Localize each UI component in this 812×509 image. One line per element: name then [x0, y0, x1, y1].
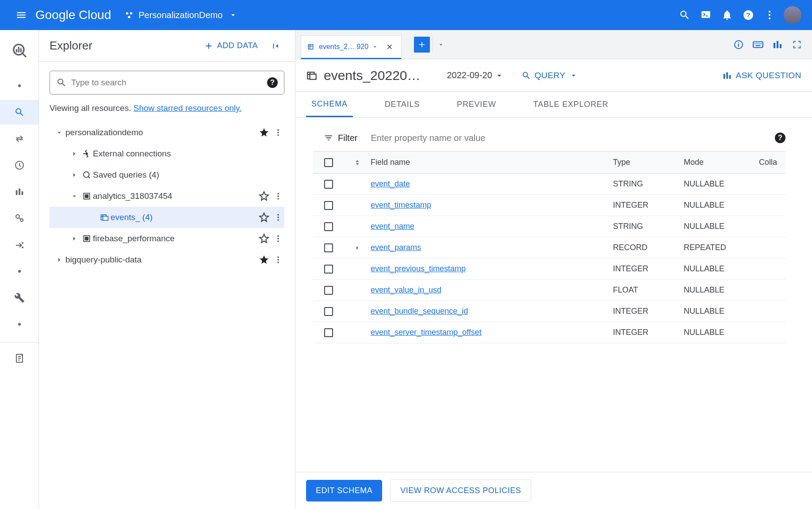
- chevron-right-icon[interactable]: [68, 171, 80, 179]
- collapse-explorer-icon[interactable]: [267, 37, 284, 55]
- svg-point-7: [769, 14, 770, 16]
- row-checkbox[interactable]: [324, 222, 333, 231]
- tree-external-connections[interactable]: External connections: [50, 143, 284, 164]
- sort-icon[interactable]: [344, 159, 371, 167]
- tree-project[interactable]: personalizationdemo: [50, 122, 284, 143]
- field-link[interactable]: event_bundle_sequence_id: [371, 307, 468, 315]
- row-checkbox[interactable]: [324, 328, 333, 337]
- select-all-checkbox[interactable]: [324, 158, 333, 167]
- field-link[interactable]: event_date: [371, 179, 410, 188]
- more-icon[interactable]: [272, 255, 284, 264]
- row-checkbox[interactable]: [324, 265, 333, 273]
- tree-project-public[interactable]: bigquery-public-data: [50, 249, 284, 270]
- tree-dataset-analytics[interactable]: analytics_318037454: [50, 186, 284, 207]
- tree-saved-queries[interactable]: Saved queries (4): [50, 164, 284, 186]
- star-filled-icon[interactable]: [256, 127, 272, 138]
- avatar[interactable]: [784, 6, 801, 24]
- close-tab-icon[interactable]: [384, 42, 395, 52]
- chevron-right-icon[interactable]: [53, 256, 65, 264]
- nav-transfers-icon[interactable]: [7, 126, 32, 151]
- more-icon[interactable]: [272, 234, 284, 243]
- subtab-schema[interactable]: SCHEMA: [306, 92, 353, 117]
- svg-point-20: [277, 132, 279, 133]
- filter-help-icon[interactable]: ?: [775, 133, 785, 143]
- nav-biengine-icon[interactable]: [7, 206, 32, 231]
- nav-capacity-icon[interactable]: [7, 179, 32, 204]
- subtab-preview[interactable]: PREVIEW: [452, 92, 502, 117]
- row-checkbox[interactable]: [324, 201, 333, 210]
- fullscreen-icon[interactable]: [787, 35, 807, 54]
- field-link[interactable]: event_server_timestamp_offset: [371, 328, 482, 337]
- new-tab-button[interactable]: [414, 37, 430, 53]
- nav-dot-1[interactable]: [7, 73, 32, 98]
- nav-search-icon[interactable]: [0, 100, 38, 125]
- nav-dot-3[interactable]: [7, 312, 32, 337]
- row-checkbox[interactable]: [324, 307, 333, 316]
- svg-point-17: [22, 247, 23, 248]
- field-link[interactable]: event_previous_timestamp: [371, 264, 466, 273]
- notifications-icon[interactable]: [716, 4, 738, 26]
- keyboard-icon[interactable]: [748, 35, 768, 54]
- search-help-icon[interactable]: ?: [267, 77, 278, 88]
- nav-dot-2[interactable]: [7, 259, 32, 284]
- tree-table-events[interactable]: events_ (4): [50, 207, 284, 228]
- star-outline-icon[interactable]: [256, 191, 272, 201]
- show-starred-link[interactable]: Show starred resources only.: [134, 103, 242, 113]
- field-link[interactable]: event_name: [371, 222, 414, 231]
- more-icon[interactable]: [272, 213, 284, 222]
- history-icon[interactable]: [768, 35, 787, 54]
- nav-notes-icon[interactable]: [7, 346, 32, 371]
- bigquery-icon[interactable]: [7, 38, 32, 63]
- edit-schema-button[interactable]: EDIT SCHEMA: [306, 480, 382, 501]
- table-row: event_previous_timestampINTEGERNULLABLE: [313, 258, 785, 280]
- nav-migration-icon[interactable]: [7, 232, 32, 257]
- field-link[interactable]: event_value_in_usd: [371, 285, 441, 294]
- subtab-details[interactable]: DETAILS: [379, 92, 425, 117]
- nav-settings-icon[interactable]: [7, 285, 32, 310]
- add-data-button[interactable]: ADD DATA: [204, 41, 258, 51]
- field-mode: NULLABLE: [684, 264, 759, 273]
- info-icon[interactable]: [729, 35, 748, 54]
- chevron-down-icon[interactable]: [68, 192, 80, 200]
- svg-rect-48: [760, 43, 761, 44]
- filter-input[interactable]: [371, 133, 775, 143]
- nav-scheduled-icon[interactable]: [7, 153, 32, 178]
- more-icon[interactable]: [272, 128, 284, 137]
- row-checkbox[interactable]: [324, 243, 333, 252]
- star-outline-icon[interactable]: [256, 233, 272, 244]
- table-row: event_paramsRECORDREPEATED: [313, 237, 785, 258]
- hamburger-menu-icon[interactable]: [11, 4, 32, 26]
- chevron-right-icon[interactable]: [68, 235, 80, 243]
- tab-dropdown-icon[interactable]: [433, 37, 448, 53]
- tab-events[interactable]: events_2… 920: [301, 35, 402, 59]
- explorer-search-input[interactable]: [71, 78, 267, 87]
- field-link[interactable]: event_params: [371, 243, 421, 252]
- star-filled-icon[interactable]: [256, 254, 272, 265]
- view-row-policies-button[interactable]: VIEW ROW ACCESS POLICIES: [390, 479, 531, 502]
- subtab-table-explorer[interactable]: TABLE EXPLORER: [528, 92, 614, 117]
- tab-bar: events_2… 920: [295, 30, 812, 59]
- field-mode: NULLABLE: [684, 307, 759, 316]
- cloud-shell-icon[interactable]: [695, 4, 716, 26]
- star-outline-icon[interactable]: [256, 212, 272, 223]
- google-cloud-logo[interactable]: Google Cloud: [35, 8, 111, 22]
- more-icon[interactable]: [272, 192, 284, 201]
- chevron-down-icon[interactable]: [53, 129, 65, 137]
- date-selector[interactable]: 2022-09-20: [447, 70, 504, 80]
- tree-dataset-firebase[interactable]: firebase_performance: [50, 228, 284, 249]
- field-link[interactable]: event_timestamp: [371, 201, 431, 209]
- help-icon[interactable]: ?: [738, 4, 759, 26]
- search-icon[interactable]: [674, 4, 695, 26]
- schema-panel: Filter ? Field name Type Mode Colla even…: [295, 118, 812, 472]
- expand-row-icon[interactable]: [344, 244, 371, 251]
- chevron-right-icon[interactable]: [68, 150, 80, 158]
- query-button[interactable]: QUERY: [521, 71, 578, 80]
- row-checkbox[interactable]: [324, 180, 333, 189]
- more-icon[interactable]: [759, 4, 780, 26]
- row-checkbox[interactable]: [324, 286, 333, 295]
- dataset-icon: [80, 192, 93, 201]
- ask-question-button[interactable]: ASK QUESTION: [722, 71, 801, 80]
- saved-queries-icon: [80, 170, 93, 180]
- explorer-search[interactable]: ?: [50, 71, 284, 95]
- project-selector[interactable]: PersonalizationDemo: [124, 10, 237, 20]
